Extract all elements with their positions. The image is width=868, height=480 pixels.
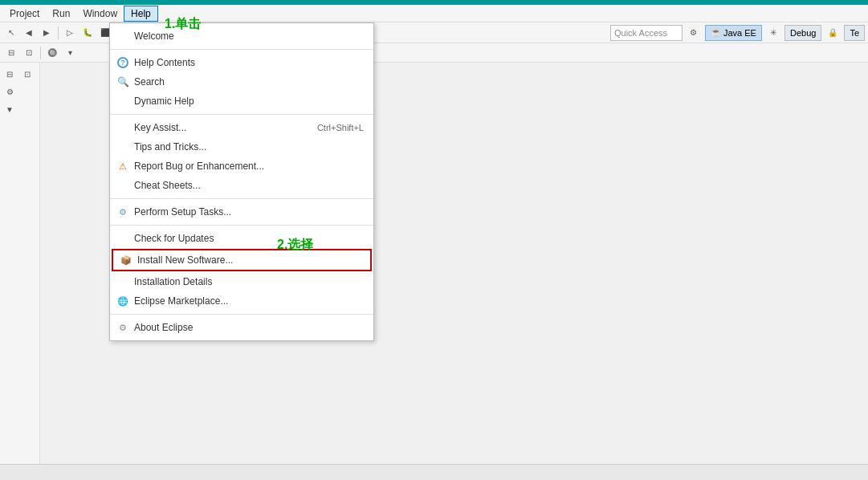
menu-window[interactable]: Window	[76, 6, 124, 21]
menu-item-about[interactable]: ⚙ About Eclipse	[110, 318, 373, 337]
perspective-debug[interactable]: Debug	[784, 25, 821, 41]
tips-tricks-icon	[116, 140, 129, 153]
about-icon: ⚙	[116, 321, 129, 334]
toolbar2-sep1	[40, 47, 41, 59]
toolbar-icon-btn1[interactable]: ⚙	[686, 25, 702, 41]
perspective-javaee-label: Java EE	[723, 28, 756, 38]
menu-item-cheat-sheets[interactable]: Cheat Sheets...	[110, 176, 373, 195]
search-label: Search	[134, 76, 165, 87]
menu-item-check-updates[interactable]: Check for Updates	[110, 229, 373, 248]
status-bar	[0, 464, 868, 480]
search-icon: 🔍	[116, 75, 129, 88]
perspective-te[interactable]: Te	[844, 25, 865, 41]
separator-3	[110, 198, 373, 199]
menu-item-tips-tricks[interactable]: Tips and Tricks...	[110, 137, 373, 157]
tips-tricks-label: Tips and Tricks...	[134, 141, 206, 153]
about-label: About Eclipse	[134, 322, 193, 333]
menu-project[interactable]: Project	[3, 6, 46, 21]
menu-item-report-bug[interactable]: ⚠ Report Bug or Enhancement...	[110, 157, 373, 176]
left-sidebar: ⊟ ⊡ ⚙ ▼	[0, 63, 40, 464]
cheat-sheets-label: Cheat Sheets...	[134, 180, 201, 191]
menu-item-search[interactable]: 🔍 Search	[110, 72, 373, 92]
menu-bar: Project Run Window Help	[0, 5, 868, 22]
sidebar-icon-minimize[interactable]: ⊟	[2, 66, 18, 82]
toolbar-debug-icon[interactable]: 🐛	[79, 25, 96, 41]
quick-access-input[interactable]: Quick Access	[610, 25, 683, 41]
menu-item-dynamic-help[interactable]: Dynamic Help	[110, 92, 373, 111]
toolbar-cursor-icon[interactable]: ↖	[3, 25, 19, 41]
menu-item-welcome[interactable]: Welcome	[110, 26, 373, 46]
separator-5	[110, 314, 373, 315]
install-details-icon	[116, 275, 129, 288]
welcome-icon	[116, 30, 129, 43]
cheat-sheets-icon	[116, 179, 129, 192]
dynamic-help-label: Dynamic Help	[134, 96, 194, 107]
setup-tasks-icon: ⚙	[116, 205, 129, 218]
quick-access-label: Quick Access	[614, 28, 667, 38]
perspective-java-ee[interactable]: ☕ Java EE	[705, 25, 762, 41]
toolbar-run-icon[interactable]: ▷	[62, 25, 78, 41]
setup-tasks-label: Perform Setup Tasks...	[134, 206, 231, 218]
help-contents-icon: ?	[116, 56, 129, 69]
menu-item-help-contents[interactable]: ? Help Contents	[110, 53, 373, 72]
key-assist-shortcut: Ctrl+Shift+L	[317, 123, 364, 132]
toolbar2-icon1[interactable]: 🔘	[44, 45, 60, 61]
perspective-te-label: Te	[850, 28, 859, 38]
perspective-separator-icon: ✳	[765, 25, 781, 41]
menu-item-marketplace[interactable]: 🌐 Eclipse Marketplace...	[110, 291, 373, 311]
toolbar2-btn2[interactable]: ⊡	[21, 45, 37, 61]
menu-run[interactable]: Run	[46, 6, 76, 21]
separator-2	[110, 114, 373, 115]
dynamic-help-icon	[116, 95, 129, 108]
sidebar-icon-settings[interactable]: ⚙	[2, 83, 18, 100]
sidebar-icon-maximize[interactable]: ⊡	[19, 66, 35, 82]
toolbar-sep1	[58, 26, 59, 39]
menu-item-key-assist[interactable]: Key Assist... Ctrl+Shift+L	[110, 118, 373, 137]
sidebar-icon-down[interactable]: ▼	[2, 101, 18, 117]
marketplace-label: Eclipse Marketplace...	[134, 295, 228, 307]
toolbar-fwd-icon[interactable]: ▶	[39, 25, 55, 41]
annotation-click: 1.单击	[165, 16, 201, 33]
report-bug-icon: ⚠	[116, 160, 129, 173]
toolbar-right: Quick Access ⚙ ☕ Java EE ✳ Debug 🔒 Te	[610, 25, 865, 41]
menu-help[interactable]: Help	[124, 6, 158, 22]
separator-4	[110, 225, 373, 226]
install-details-label: Installation Details	[134, 276, 212, 287]
report-bug-label: Report Bug or Enhancement...	[134, 161, 264, 172]
menu-item-install-details[interactable]: Installation Details	[110, 272, 373, 291]
menu-item-install-software[interactable]: 📦 Install New Software...	[112, 249, 372, 271]
marketplace-icon: 🌐	[116, 295, 129, 307]
install-software-icon: 📦	[120, 254, 132, 266]
toolbar-back-icon[interactable]: ◀	[21, 25, 37, 41]
perspective-debug-label: Debug	[790, 28, 816, 38]
help-contents-label: Help Contents	[134, 57, 195, 68]
perspective-icon2: 🔒	[825, 25, 841, 41]
sidebar-row1: ⊟ ⊡	[2, 66, 38, 82]
annotation-select: 2.选择	[277, 237, 313, 254]
menu-item-setup-tasks[interactable]: ⚙ Perform Setup Tasks...	[110, 202, 373, 222]
check-updates-label: Check for Updates	[134, 233, 214, 244]
key-assist-icon	[116, 121, 129, 134]
install-software-label: Install New Software...	[137, 254, 233, 266]
separator-1	[110, 49, 373, 50]
toolbar2-btn1[interactable]: ⊟	[3, 45, 19, 61]
toolbar2-dropdown1[interactable]: ▾	[62, 45, 78, 61]
key-assist-label: Key Assist...	[134, 122, 186, 133]
check-updates-icon	[116, 232, 129, 245]
help-dropdown-menu: Welcome ? Help Contents 🔍 Search Dynamic…	[109, 22, 374, 341]
